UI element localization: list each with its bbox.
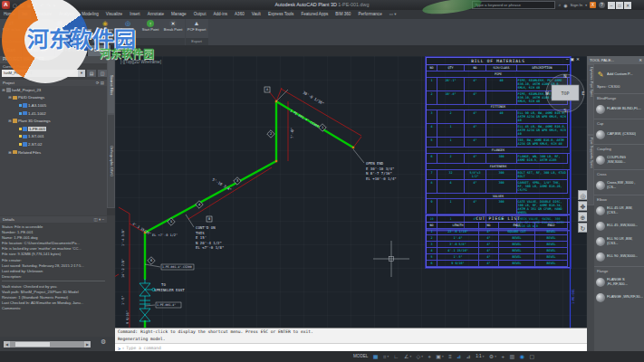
ribbon-tab-insert[interactable]: Insert: [126, 10, 144, 19]
tree-item-1-st-001[interactable]: 1-ST-001: [0, 133, 107, 141]
new-tab-button[interactable]: +: [111, 45, 122, 56]
ortho-icon[interactable]: ∟: [394, 351, 399, 362]
search-input[interactable]: Type a keyword or phrase: [472, 1, 555, 9]
ribbon-button-insulation-symbol[interactable]: ◉Insulation Symbol: [94, 19, 117, 39]
ribbon-tab-output[interactable]: Output: [190, 10, 210, 19]
file-tab-drawing1[interactable]: Drawing1*: [23, 45, 55, 56]
command-window[interactable]: Command: Right-click to display the shor…: [115, 328, 587, 352]
tree-item-2-st-02[interactable]: 2-ST-02: [0, 140, 107, 148]
palette-item-flange-s-fl-rf-300[interactable]: FLANGE S ,FL,RF,300...: [594, 274, 644, 290]
ribbon-button-start-point[interactable]: ↑Start Point: [139, 19, 162, 39]
ribbon-tab-vault[interactable]: Vault: [248, 10, 264, 19]
chevron-down-icon[interactable]: ▼: [78, 70, 85, 77]
signin-button[interactable]: Sign In: [571, 3, 583, 7]
drawing-minimize-icon[interactable]: –: [566, 57, 569, 62]
ribbon-tab-analysis[interactable]: Analysis: [55, 10, 78, 19]
workspace-switching-icon[interactable]: ⚙▾: [489, 351, 496, 362]
palette-item-ell-45-sw-3000[interactable]: ELL 45 ,SW,3000...: [594, 218, 644, 233]
palette-tab-dynamic-pipe-spec[interactable]: Dynamic Pipe Spec: [587, 64, 594, 135]
ribbon-tab-modeling[interactable]: Modeling: [78, 10, 102, 19]
palette-item-flange-blind-fl[interactable]: FLANGE BLIND,FL...: [594, 101, 644, 117]
scroll-right-icon[interactable]: ▶: [84, 341, 91, 348]
isodraft-icon[interactable]: ◇▾: [417, 351, 423, 362]
tree-item-related-files[interactable]: ⊞Related Files: [0, 148, 107, 157]
ribbon-button-pcf-export[interactable]: ▲PCF Export: [186, 19, 208, 39]
customization-wrench-icon[interactable]: ⚙: [101, 338, 106, 346]
object-snap-icon[interactable]: ▣▾: [436, 351, 443, 362]
annotation-visibility-icon[interactable]: ⊿: [457, 351, 461, 362]
palette-item-coupling-sw-3000[interactable]: COUPLING ,SW,3000...: [594, 152, 644, 167]
scrollbar-thumb[interactable]: [15, 342, 50, 347]
grid-icon[interactable]: ▦: [373, 351, 379, 362]
ribbon-tab-express-tools[interactable]: Express Tools: [264, 10, 298, 19]
ribbon-tab-bim-360[interactable]: BIM 360: [332, 10, 354, 19]
object-snap-tracking-icon[interactable]: ⌖: [428, 351, 430, 362]
close-icon[interactable]: ✕: [624, 2, 631, 9]
tree-expand-icon[interactable]: ⊟: [8, 119, 12, 123]
tree-expand-icon[interactable]: ⊟: [2, 88, 5, 92]
details-icons[interactable]: ◫ ▾ –: [93, 216, 104, 223]
scroll-left-icon[interactable]: ◀: [4, 341, 10, 348]
annotation-monitor-icon[interactable]: +: [501, 351, 505, 362]
tree-item-1-41-1002[interactable]: 1-41-1002: [0, 110, 107, 118]
palette-item-ell-45-lr-bw-cs3[interactable]: ELL 45 LR ,BW, (CS3...: [594, 203, 644, 218]
project-manager-header[interactable]: PROJECT MANAGER: [0, 56, 115, 63]
drawing-restore-icon[interactable]: ▣: [571, 57, 574, 62]
ribbon-button-pcf-to-iso[interactable]: ⇄PCF to Iso: [0, 19, 23, 39]
exchange-apps-icon[interactable]: X: [590, 2, 596, 8]
model-space-label[interactable]: MODEL: [353, 351, 368, 362]
maximize-icon[interactable]: □: [616, 2, 623, 9]
graphics-performance-icon[interactable]: ◉: [520, 351, 524, 362]
ribbon-tab-featured-apps[interactable]: Featured Apps: [297, 10, 332, 19]
palette-tab-pipe-supports-spec[interactable]: Pipe Supports Spec: [587, 135, 594, 205]
ribbon-button-floor-symbol[interactable]: ▦Floor Symbol: [49, 19, 72, 39]
annotation-scale-label[interactable]: 1:1▾: [476, 351, 484, 362]
signin-dropdown-icon[interactable]: ▾: [585, 4, 587, 7]
ribbon-button-location-point[interactable]: ◎Location Point: [117, 19, 139, 39]
drawing-close-icon[interactable]: ✕: [576, 57, 580, 62]
ribbon-button-break-point[interactable]: ✕Break Point: [162, 19, 185, 39]
close-icon[interactable]: ✕: [639, 56, 642, 64]
side-tab-source-files[interactable]: Source Files: [107, 56, 115, 114]
ribbon-tab-add-ins[interactable]: Add-ins: [209, 10, 231, 19]
ribbon-tab-performance[interactable]: Performance: [354, 10, 385, 19]
tool-palettes-header[interactable]: TOOL PALE... ✕: [587, 56, 644, 64]
details-section-header[interactable]: Details ◫ ▾ –: [0, 216, 107, 223]
ribbon-button-flow-arrow[interactable]: ➤Flow Arrow: [72, 19, 94, 39]
tree-item-isnm-project-23[interactable]: ⊟IsnM_Project_23: [0, 86, 107, 94]
tree-item-1-pe-001[interactable]: 1-PE-001: [0, 125, 107, 133]
help-icon[interactable]: ?: [599, 2, 605, 8]
palette-item-flange-wn-rf-30[interactable]: FLANGE ,WN,RF,30...: [594, 290, 644, 305]
palette-item-ell-90-lr-bw-cs3[interactable]: ELL 90 LR ,BW, (CS3...: [594, 233, 644, 249]
minimize-icon[interactable]: –: [608, 2, 615, 9]
ribbon-display-toggle-icon[interactable]: ▭ ▾: [386, 10, 400, 19]
ribbon-tab-iso[interactable]: Iso: [18, 10, 31, 19]
polar-tracking-icon[interactable]: ∠▾: [404, 351, 411, 362]
ribbon-tab-visualize[interactable]: Visualize: [102, 10, 126, 19]
palette-item-cap-bw-cs300[interactable]: CAP,BW, (CS300): [594, 127, 644, 142]
tree-item-plant-3d-drawings[interactable]: ⊟Plant 3D Drawings: [0, 117, 107, 125]
palette-item-ell-90-sw-3000[interactable]: ELL 90 ,SW,3000...: [594, 249, 644, 264]
file-tab-1-pe-001[interactable]: 1-PE-001*: [55, 45, 88, 56]
clean-screen-icon[interactable]: ▢: [529, 351, 534, 362]
palette-item-add-custom-p[interactable]: ✎Add Custom P...: [594, 67, 644, 82]
tree-expand-icon[interactable]: ⊞: [8, 150, 12, 155]
file-tab-lng[interactable]: LNG*: [88, 45, 111, 56]
tree-item-p-id-drawings[interactable]: ⊟P&ID Drawings: [0, 94, 107, 102]
project-section-header[interactable]: Project ⟳ ▤: [0, 80, 107, 86]
ribbon-tab-annotate[interactable]: Annotate: [144, 10, 168, 19]
search-icon[interactable]: ⌕: [558, 2, 561, 8]
annotation-autoscale-icon[interactable]: ⊿: [466, 351, 471, 362]
ribbon-tab-a360[interactable]: A360: [231, 10, 248, 19]
quick-properties-icon[interactable]: ▥: [509, 351, 514, 362]
file-tab-start[interactable]: Start: [0, 45, 23, 56]
tree-expand-icon[interactable]: ⊟: [8, 95, 12, 100]
horizontal-scrollbar[interactable]: ◀ ▶: [4, 341, 91, 348]
ribbon-tab-structure[interactable]: Structure: [31, 10, 55, 19]
command-dropdown-icon[interactable]: ▾: [122, 347, 124, 350]
lineweight-icon[interactable]: ≡: [448, 351, 452, 362]
drawing-canvas[interactable]: [-][Top][2D Wireframe] –▣✕ ◎✥⊕↻ BILL OF …: [115, 56, 587, 328]
palette-item-cross-sw-3000-cs[interactable]: Cross,SW ,3000 ,(CS...: [594, 177, 644, 193]
tree-item-1-a3-1005[interactable]: 1-A3-1005: [0, 101, 107, 110]
side-tab-orthographic-dwg[interactable]: Orthographic DWG: [107, 114, 115, 208]
